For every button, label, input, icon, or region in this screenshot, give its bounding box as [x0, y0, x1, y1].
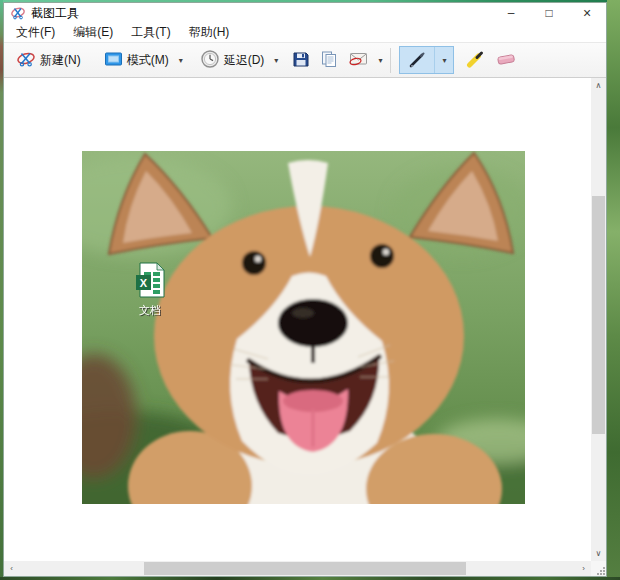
mode-dropdown-arrow[interactable]: ▾	[176, 56, 186, 65]
captured-snip-image: X 文档 文档	[82, 151, 525, 504]
vertical-scroll-thumb[interactable]	[592, 196, 605, 434]
email-button[interactable]	[343, 46, 375, 74]
excel-icon-label: 文档	[139, 304, 161, 316]
maximize-button[interactable]: □	[530, 3, 568, 23]
scroll-right-arrow-icon[interactable]: ›	[576, 561, 591, 576]
eraser-icon	[496, 52, 516, 69]
scroll-left-arrow-icon[interactable]: ‹	[4, 561, 19, 576]
desktop-background: 截图工具 – □ × 文件(F) 编辑(E) 工具(T) 帮助(H)	[0, 0, 620, 580]
window-title: 截图工具	[31, 5, 79, 22]
delay-clock-icon	[201, 50, 219, 71]
email-envelope-icon	[349, 51, 369, 69]
new-snip-scissors-icon	[17, 51, 35, 70]
mode-label: 模式(M)	[127, 52, 169, 69]
snip-canvas[interactable]: X 文档 文档	[4, 78, 591, 561]
highlighter-icon	[466, 50, 484, 71]
pen-button-selected[interactable]: ▾	[399, 46, 454, 74]
horizontal-scrollbar[interactable]: ‹ ›	[4, 561, 591, 576]
client-area: X 文档 文档 ∧ ∨ ‹ ›	[4, 78, 606, 576]
email-dropdown-arrow[interactable]: ▾	[375, 56, 385, 65]
delay-button[interactable]: 延迟(D)	[194, 45, 272, 76]
scroll-down-arrow-icon[interactable]: ∨	[591, 546, 606, 561]
menu-edit[interactable]: 编辑(E)	[64, 24, 122, 41]
mode-rectangle-icon	[105, 52, 122, 69]
title-bar[interactable]: 截图工具 – □ ×	[4, 3, 606, 23]
toolbar-separator	[390, 48, 391, 73]
corgi-photo: X 文档 文档	[82, 151, 525, 504]
pen-dropdown-arrow[interactable]: ▾	[434, 47, 453, 73]
snipping-tool-window: 截图工具 – □ × 文件(F) 编辑(E) 工具(T) 帮助(H)	[3, 2, 607, 577]
menu-tools[interactable]: 工具(T)	[122, 24, 179, 41]
excel-file-icon: X 文档 文档	[136, 263, 164, 317]
new-snip-label: 新建(N)	[40, 52, 81, 69]
pen-icon	[400, 47, 434, 73]
save-floppy-icon	[293, 51, 309, 70]
excel-icon-letter: X	[140, 277, 148, 289]
copy-button[interactable]	[315, 46, 343, 75]
eraser-button[interactable]	[490, 47, 522, 74]
delay-label: 延迟(D)	[224, 52, 265, 69]
menu-file[interactable]: 文件(F)	[7, 24, 64, 41]
mode-button[interactable]: 模式(M)	[98, 47, 176, 74]
resize-grip[interactable]	[591, 561, 606, 576]
snipping-tool-logo-icon	[11, 6, 25, 20]
new-snip-button[interactable]: 新建(N)	[10, 46, 88, 75]
desktop-edge-right	[607, 0, 620, 580]
menu-bar: 文件(F) 编辑(E) 工具(T) 帮助(H)	[4, 23, 606, 42]
resize-grip-icon	[596, 566, 606, 576]
window-controls: – □ ×	[492, 3, 606, 23]
copy-pages-icon	[321, 51, 337, 70]
delay-dropdown-arrow[interactable]: ▾	[271, 56, 281, 65]
highlighter-button[interactable]	[460, 45, 490, 76]
horizontal-scroll-thumb[interactable]	[144, 562, 466, 575]
toolbar: 新建(N) 模式(M) ▾	[4, 42, 606, 78]
menu-help[interactable]: 帮助(H)	[180, 24, 239, 41]
minimize-button[interactable]: –	[492, 3, 530, 23]
close-button[interactable]: ×	[568, 3, 606, 23]
scroll-up-arrow-icon[interactable]: ∧	[591, 78, 606, 93]
save-button[interactable]	[287, 46, 315, 75]
vertical-scrollbar[interactable]: ∧ ∨	[591, 78, 606, 561]
